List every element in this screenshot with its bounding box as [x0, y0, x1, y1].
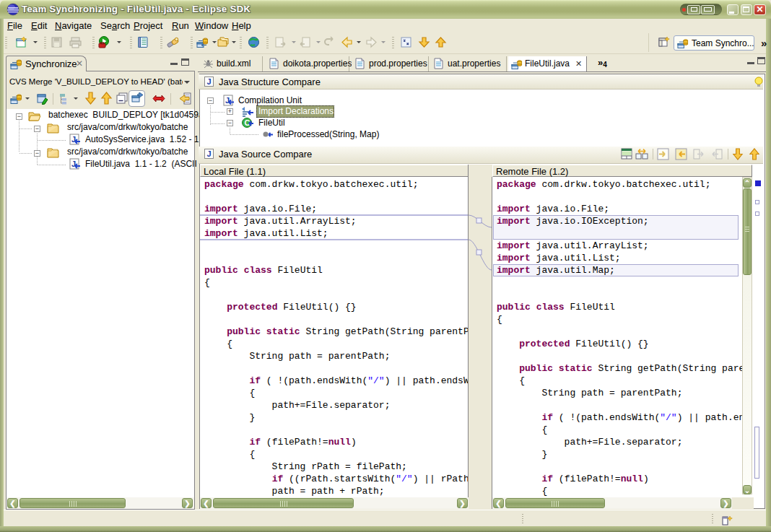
svg-text:J: J	[225, 96, 230, 105]
